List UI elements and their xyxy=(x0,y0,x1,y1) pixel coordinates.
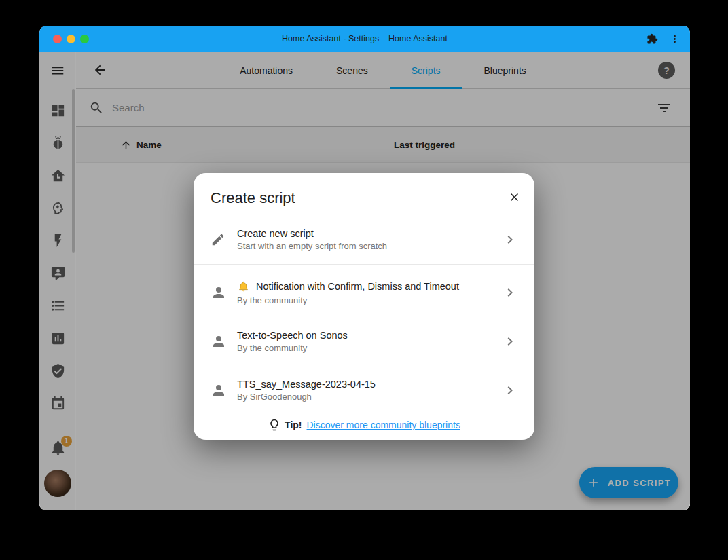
bell-emoji xyxy=(237,280,250,293)
discover-blueprints-link[interactable]: Discover more community blueprints xyxy=(307,419,460,430)
dialog-divider xyxy=(194,264,534,265)
account-icon xyxy=(211,382,227,398)
zoom-window-button[interactable] xyxy=(80,35,89,43)
traffic-lights xyxy=(53,35,89,43)
chevron-right-icon xyxy=(502,231,518,248)
dialog-item-create-new-script[interactable]: Create new script Start with an empty sc… xyxy=(194,221,534,259)
tip-label: Tip! xyxy=(285,419,302,430)
minimize-window-button[interactable] xyxy=(67,35,75,43)
extensions-puzzle-icon[interactable] xyxy=(647,33,658,45)
dialog-tip: Tip! Discover more community blueprints xyxy=(194,415,534,435)
account-icon xyxy=(211,284,227,301)
dialog-title: Create script xyxy=(211,189,295,207)
chevron-right-icon xyxy=(502,284,518,301)
chevron-right-icon xyxy=(502,333,518,350)
dialog-item-tts-say-message-blueprint[interactable]: TTS_say_Message-2023-04-15 By SirGoodeno… xyxy=(194,371,534,409)
browser-window: Home Assistant - Settings – Home Assista… xyxy=(39,26,690,510)
close-icon xyxy=(508,191,521,204)
pencil-icon xyxy=(211,232,225,247)
account-icon xyxy=(211,333,227,350)
close-window-button[interactable] xyxy=(53,35,62,43)
lightbulb-icon xyxy=(268,418,281,432)
close-dialog-button[interactable] xyxy=(508,191,521,206)
chevron-right-icon xyxy=(502,382,518,398)
dialog-item-notification-blueprint[interactable]: Notification with Confirm, Dismiss and T… xyxy=(194,274,534,312)
dialog-item-tts-sonos-blueprint[interactable]: Text-to-Speech on Sonos By the community xyxy=(194,322,534,360)
home-assistant-app: 1 Automations Scenes Scripts Blueprints … xyxy=(39,52,690,510)
window-title: Home Assistant - Settings – Home Assista… xyxy=(282,34,448,43)
create-script-dialog: Create script Create new script Start wi… xyxy=(194,173,534,440)
screenshot-stage: Home Assistant - Settings – Home Assista… xyxy=(0,0,728,560)
window-titlebar: Home Assistant - Settings – Home Assista… xyxy=(39,26,690,52)
kebab-menu-icon[interactable] xyxy=(669,33,680,45)
